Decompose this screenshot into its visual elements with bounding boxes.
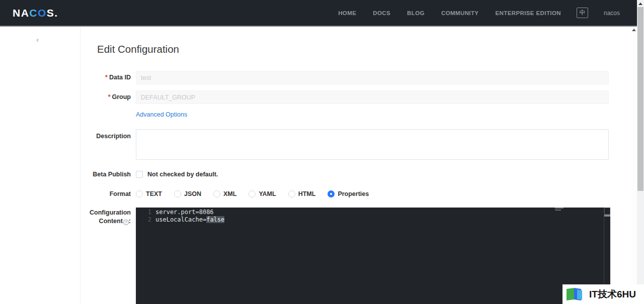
username-menu[interactable]: nacos — [604, 10, 620, 17]
advanced-options-row: Advanced Options — [80, 110, 637, 119]
beta-publish-checkbox[interactable] — [136, 171, 143, 178]
code-text: server.port=8086 — [155, 208, 214, 216]
radio-checked-icon[interactable] — [328, 190, 335, 197]
minimap — [555, 208, 565, 211]
group-input[interactable] — [136, 90, 609, 104]
nav-item-home[interactable]: HOME — [338, 10, 356, 16]
format-option-xml[interactable]: XML — [213, 190, 236, 197]
nav-item-blog[interactable]: BLOG — [407, 10, 425, 16]
logo-text: O — [38, 7, 47, 19]
browser-scrollbar[interactable] — [637, 0, 644, 304]
language-toggle-button[interactable]: 中 — [577, 8, 588, 18]
scroll-thumb[interactable] — [637, 7, 643, 191]
minimap-viewport[interactable] — [604, 208, 610, 215]
line-number: 2 — [136, 216, 151, 224]
configuration-content-label: Configuration Content?: — [80, 208, 136, 304]
logo-text: S. — [47, 7, 58, 19]
nav-item-docs[interactable]: DOCS — [373, 10, 390, 16]
nav-item-enterprise-edition[interactable]: ENTERPRISE EDITION — [495, 10, 561, 16]
beta-publish-label: Beta Publish — [80, 171, 136, 178]
code-line: 1 server.port=8086 — [136, 208, 610, 216]
required-asterisk: * — [108, 93, 111, 100]
code-editor[interactable]: 1 server.port=8086 2 useLocalCache=false — [136, 208, 610, 304]
group-label: *Group — [80, 90, 136, 104]
code-line: 2 useLocalCache=false — [136, 216, 610, 224]
code-text: useLocalCache=false — [155, 216, 224, 224]
scroll-up-icon[interactable] — [632, 29, 636, 31]
scroll-up-icon[interactable] — [638, 3, 642, 5]
radio-icon[interactable] — [213, 190, 220, 197]
advanced-options-link[interactable]: Advanced Options — [136, 111, 187, 118]
sidebar-collapse-icon[interactable]: ‹ — [36, 37, 39, 43]
format-option-properties[interactable]: Properties — [328, 190, 369, 197]
format-option-text[interactable]: TEXT — [136, 190, 162, 197]
nacos-logo[interactable]: NACOS. — [13, 7, 58, 19]
logo-text: NA — [13, 7, 29, 19]
format-option-yaml[interactable]: YAML — [249, 190, 276, 197]
data-id-row: *Data ID — [80, 71, 637, 84]
nav-item-community[interactable]: COMMUNITY — [441, 10, 479, 16]
left-sidebar: ‹ — [0, 28, 80, 304]
content-scrollbar[interactable] — [630, 28, 637, 304]
radio-icon[interactable] — [249, 190, 256, 197]
format-option-json[interactable]: JSON — [174, 190, 201, 197]
radio-icon[interactable] — [174, 190, 181, 197]
logo-text: C — [29, 7, 38, 19]
format-label: Format — [80, 190, 136, 197]
page-title: Edit Configuration — [97, 43, 637, 55]
watermark-logo-icon — [567, 287, 587, 302]
required-asterisk: * — [105, 74, 108, 81]
help-circle-icon[interactable]: ? — [123, 220, 129, 225]
line-number: 1 — [136, 208, 151, 216]
format-row: Format TEXT JSON XML YAML HTML Propertie… — [80, 190, 637, 198]
edit-configuration-form: *Data ID *Group Advanced Options Descrip… — [80, 71, 637, 304]
radio-icon[interactable] — [288, 190, 295, 197]
editor-scroll-thumb[interactable] — [604, 215, 610, 217]
watermark-text: IT技术6HU — [589, 288, 636, 301]
description-textarea[interactable] — [136, 129, 609, 160]
format-option-html[interactable]: HTML — [288, 190, 316, 197]
navbar-menu: HOME DOCS BLOG COMMUNITY ENTERPRISE EDIT… — [321, 8, 637, 18]
top-navbar: NACOS. HOME DOCS BLOG COMMUNITY ENTERPRI… — [0, 0, 637, 27]
highlighted-word: false — [206, 216, 224, 223]
configuration-content-row: Configuration Content?: 1 server.port=80… — [80, 208, 637, 304]
beta-publish-row: Beta Publish Not checked by default. — [80, 170, 637, 178]
watermark: IT技术6HU — [562, 284, 644, 304]
radio-icon[interactable] — [136, 190, 143, 197]
group-row: *Group — [80, 90, 637, 104]
description-label: Description — [80, 129, 136, 162]
main-panel: Edit Configuration *Data ID *Group Advan… — [80, 28, 637, 304]
data-id-label: *Data ID — [80, 71, 136, 84]
beta-publish-note: Not checked by default. — [147, 171, 218, 178]
page-content: ‹ Edit Configuration *Data ID *Group Adv… — [0, 28, 637, 304]
description-row: Description — [80, 129, 637, 162]
data-id-input[interactable] — [136, 71, 609, 84]
